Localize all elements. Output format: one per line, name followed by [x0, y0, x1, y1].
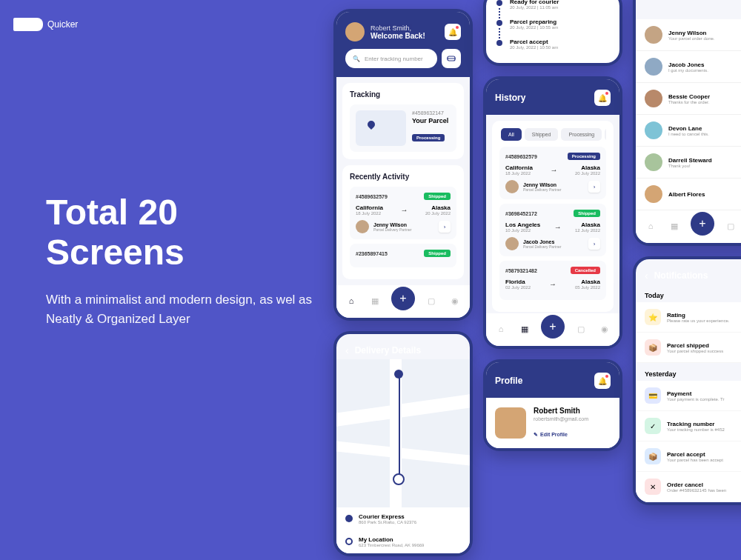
page-title: Profile [495, 376, 522, 386]
notif-icon: 📦 [645, 448, 661, 464]
search-input[interactable]: 🔍 Enter tracking number [345, 49, 437, 68]
message-item[interactable]: Albert Flores [636, 179, 741, 210]
status-badge: Shipped [424, 250, 451, 257]
bottom-nav: ⌂ ▦ + ▢ ▤ [636, 210, 741, 243]
screen-timeline: Ready for courier20 July, 2022 | 11:05 a… [483, 0, 622, 66]
bell-button[interactable]: 🔔 [445, 24, 461, 40]
history-item[interactable]: #5879321482Cancelled Florida02 July 2022… [499, 261, 606, 300]
scan-button[interactable] [442, 49, 461, 68]
nav-docs[interactable]: ▦ [368, 293, 382, 308]
nav-docs[interactable]: ▦ [517, 321, 532, 336]
avatar [645, 26, 662, 44]
tab-shipped[interactable]: Shipped [525, 128, 559, 141]
nav-chat[interactable]: ▢ [574, 321, 588, 336]
chevron-right-icon[interactable]: › [588, 238, 600, 250]
brand-name: Quicker [47, 19, 78, 30]
nav-home[interactable]: ⌂ [344, 293, 359, 308]
edit-profile-button[interactable]: ✎Edit Profile [534, 432, 568, 438]
notification-item[interactable]: ✓Tracking numberYour tracking number is … [636, 411, 741, 441]
brand-logo: Quicker [13, 18, 78, 31]
back-button[interactable]: ‹ [345, 344, 349, 356]
nav-profile[interactable]: ◉ [448, 293, 462, 308]
my-address: My Location623 Timbercrest Road, AK 9966… [336, 530, 470, 553]
message-item[interactable]: Jacob JonesI got my documents. [636, 51, 741, 83]
map-pin-icon [394, 370, 403, 379]
message-item[interactable]: Devon LaneI need to cancel this. [636, 115, 741, 147]
notification-item[interactable]: ⭐RatingPlease rate us your experience. [636, 302, 741, 333]
profile-email: robertsmith@gmail.com [534, 416, 588, 421]
map[interactable] [336, 359, 470, 507]
map-home-icon [393, 473, 405, 485]
notification-item[interactable]: ✕Order cancelOrder #4589632145 has been [636, 472, 741, 502]
bell-button[interactable]: 🔔 [594, 90, 611, 106]
notif-icon: ⭐ [645, 309, 661, 325]
search-icon: 🔍 [353, 56, 360, 62]
page-title: Notifications [654, 270, 708, 281]
history-item[interactable]: #3698452172Shipped Los Angeles10 July 20… [499, 204, 606, 256]
status-badge: Shipped [424, 193, 451, 200]
activity-item[interactable]: #4589632579 Shipped California18 July 20… [350, 187, 456, 239]
profile-name: Robert Smith [534, 407, 588, 415]
tab-processing[interactable]: Processing [561, 128, 602, 141]
message-item[interactable]: Jenny WilsonYour parcel order done. [636, 19, 741, 51]
nav-chat[interactable]: ▢ [723, 219, 738, 233]
chevron-right-icon[interactable]: › [439, 221, 451, 233]
avatar[interactable] [495, 407, 526, 439]
avatar[interactable] [345, 22, 365, 41]
nav-add-button[interactable]: + [541, 315, 565, 339]
tab-all[interactable]: All [501, 128, 522, 141]
avatar [645, 58, 662, 76]
status-badge: Shipped [574, 210, 600, 217]
tab-cancel[interactable]: Cancel [605, 128, 606, 141]
nav-home[interactable]: ⌂ [494, 321, 508, 336]
chevron-right-icon[interactable]: › [588, 181, 600, 193]
arrow-icon: → [549, 280, 556, 288]
map-thumb [356, 110, 406, 146]
back-button[interactable]: ‹ [645, 270, 648, 281]
nav-add-button[interactable]: + [391, 287, 415, 310]
page-title: History [495, 93, 525, 103]
nav-profile[interactable]: ◉ [597, 321, 612, 336]
hero-title: Total 20 Screens [46, 193, 313, 273]
timeline-item: Ready for courier20 July, 2022 | 11:05 a… [496, 0, 609, 14]
recent-title: Recently Activity [350, 173, 456, 181]
screen-home: Robert Smith, Welcome Back! 🔔 🔍 Enter tr… [333, 9, 473, 321]
message-item[interactable]: Bessie CooperThanks for the order. [636, 83, 741, 115]
welcome-text: Robert Smith, Welcome Back! [370, 24, 439, 40]
courier-address: Courier Express860 Park St.Rialto, CA 92… [336, 507, 470, 530]
screen-profile: Profile 🔔 Robert Smith robertsmith@gmail… [483, 359, 622, 451]
screen-delivery: ‹ Delivery Details Courier Express860 Pa… [333, 331, 473, 556]
avatar [645, 90, 662, 107]
notif-icon: 💳 [645, 387, 661, 404]
notif-icon: ✓ [645, 418, 661, 434]
hero: Total 20 Screens With a minimalist and m… [46, 193, 313, 329]
nav-add-button[interactable]: + [691, 212, 714, 236]
avatar [645, 121, 662, 139]
logo-icon [13, 18, 43, 31]
hero-subtitle: With a minimalist and modern design, as … [46, 290, 313, 330]
bottom-nav: ⌂ ▦ + ▢ ◉ [486, 313, 619, 346]
nav-chat[interactable]: ▢ [424, 293, 439, 308]
activity-item[interactable]: #2365897415 Shipped [350, 244, 456, 267]
pencil-icon: ✎ [534, 432, 538, 438]
history-item[interactable]: #4589632579Processing California18 July … [499, 147, 606, 199]
arrow-icon: → [550, 166, 557, 174]
avatar [505, 237, 519, 250]
status-badge: Cancelled [571, 267, 600, 274]
avatar [356, 220, 369, 233]
section-today: Today [636, 284, 741, 302]
notification-item[interactable]: 📦Parcel acceptYour parcel has been accep… [636, 441, 741, 472]
screen-notifications: ‹ Notifications Today ⭐RatingPlease rate… [633, 256, 741, 505]
status-badge: Processing [568, 153, 600, 160]
status-badge: Processing [412, 134, 445, 141]
tracking-card[interactable]: #4589632147 Your Parcel Processing [350, 104, 456, 152]
arrow-icon: → [554, 223, 562, 231]
nav-docs[interactable]: ▦ [667, 219, 682, 233]
screen-history: History 🔔 AllShippedProcessingCancel #45… [483, 76, 622, 349]
tracking-title: Tracking [350, 90, 456, 99]
bell-button[interactable]: 🔔 [594, 373, 611, 389]
notification-item[interactable]: 📦Parcel shippedYour parcel shipped succe… [636, 333, 741, 363]
notification-item[interactable]: 💳PaymentYour payment is complete. Tr [636, 381, 741, 411]
nav-home[interactable]: ⌂ [643, 219, 658, 233]
message-item[interactable]: Darrell StewardThank you! [636, 147, 741, 179]
